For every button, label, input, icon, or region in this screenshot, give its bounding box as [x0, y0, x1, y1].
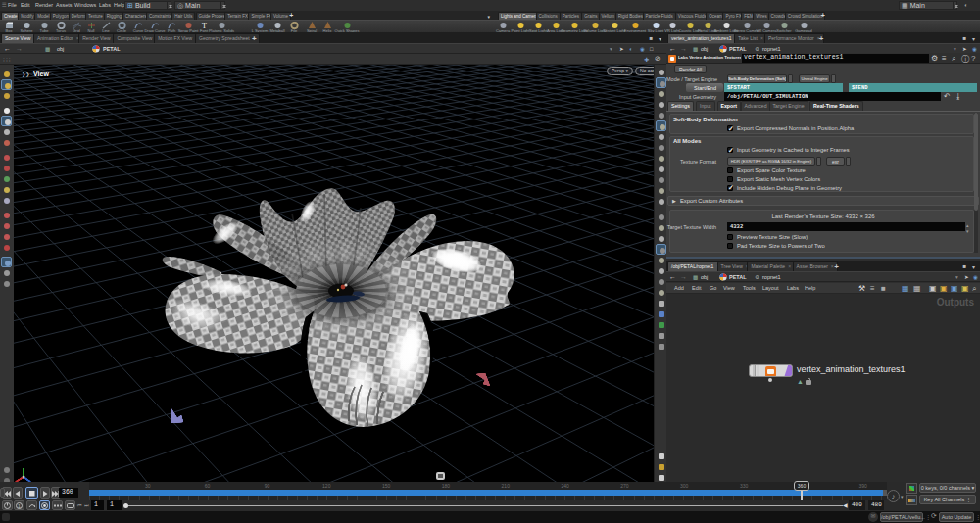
svg-text:1: 1 — [18, 503, 21, 509]
